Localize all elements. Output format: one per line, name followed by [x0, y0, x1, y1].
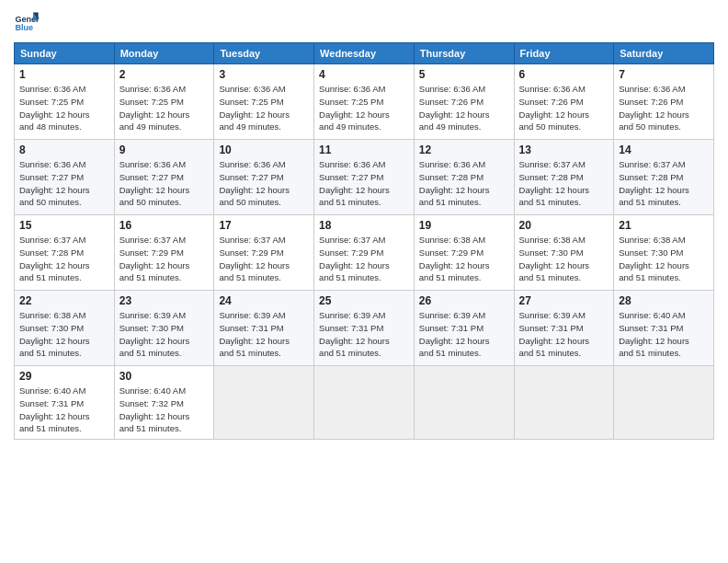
- calendar-cell: 2 Sunrise: 6:36 AM Sunset: 7:25 PM Dayli…: [114, 64, 214, 140]
- calendar-cell: [514, 366, 614, 440]
- day-number: 26: [419, 294, 509, 307]
- calendar-cell: 19 Sunrise: 6:38 AM Sunset: 7:29 PM Dayl…: [414, 215, 514, 291]
- calendar-cell: 20 Sunrise: 6:38 AM Sunset: 7:30 PM Dayl…: [514, 215, 614, 291]
- day-info: Sunrise: 6:39 AM Sunset: 7:31 PM Dayligh…: [219, 309, 309, 360]
- calendar-cell: 25 Sunrise: 6:39 AM Sunset: 7:31 PM Dayl…: [314, 291, 415, 366]
- calendar-cell: 15 Sunrise: 6:37 AM Sunset: 7:28 PM Dayl…: [15, 215, 115, 291]
- day-info: Sunrise: 6:36 AM Sunset: 7:26 PM Dayligh…: [419, 83, 509, 133]
- calendar-cell: [614, 366, 714, 440]
- day-number: 17: [219, 219, 309, 232]
- day-number: 27: [519, 294, 609, 307]
- calendar-cell: 10 Sunrise: 6:36 AM Sunset: 7:27 PM Dayl…: [214, 140, 314, 215]
- day-info: Sunrise: 6:36 AM Sunset: 7:25 PM Dayligh…: [119, 83, 210, 133]
- day-info: Sunrise: 6:38 AM Sunset: 7:30 PM Dayligh…: [19, 309, 109, 360]
- calendar-cell: 18 Sunrise: 6:37 AM Sunset: 7:29 PM Dayl…: [314, 215, 415, 291]
- calendar-cell: [414, 366, 514, 440]
- day-number: 8: [19, 144, 109, 156]
- day-header-saturday: Saturday: [614, 43, 714, 64]
- day-info: Sunrise: 6:39 AM Sunset: 7:30 PM Dayligh…: [119, 309, 210, 360]
- day-info: Sunrise: 6:36 AM Sunset: 7:26 PM Dayligh…: [519, 83, 609, 133]
- day-number: 24: [219, 294, 309, 307]
- day-number: 7: [619, 68, 709, 81]
- day-info: Sunrise: 6:36 AM Sunset: 7:27 PM Dayligh…: [119, 158, 210, 209]
- calendar-cell: 7 Sunrise: 6:36 AM Sunset: 7:26 PM Dayli…: [614, 64, 714, 140]
- day-number: 22: [19, 294, 109, 307]
- calendar-cell: 14 Sunrise: 6:37 AM Sunset: 7:28 PM Dayl…: [614, 140, 714, 215]
- calendar-cell: 26 Sunrise: 6:39 AM Sunset: 7:31 PM Dayl…: [414, 291, 514, 366]
- logo: General Blue: [14, 9, 40, 35]
- day-info: Sunrise: 6:38 AM Sunset: 7:30 PM Dayligh…: [519, 234, 609, 284]
- day-number: 13: [519, 144, 609, 156]
- day-number: 6: [519, 68, 609, 81]
- day-info: Sunrise: 6:39 AM Sunset: 7:31 PM Dayligh…: [319, 309, 409, 360]
- calendar-cell: 11 Sunrise: 6:36 AM Sunset: 7:27 PM Dayl…: [314, 140, 415, 215]
- day-info: Sunrise: 6:36 AM Sunset: 7:25 PM Dayligh…: [19, 83, 109, 133]
- day-info: Sunrise: 6:37 AM Sunset: 7:28 PM Dayligh…: [19, 234, 109, 284]
- day-number: 21: [619, 219, 709, 232]
- day-number: 10: [219, 144, 309, 156]
- day-info: Sunrise: 6:36 AM Sunset: 7:27 PM Dayligh…: [219, 158, 309, 209]
- day-header-sunday: Sunday: [15, 43, 115, 64]
- calendar-cell: 21 Sunrise: 6:38 AM Sunset: 7:30 PM Dayl…: [614, 215, 714, 291]
- calendar-cell: 13 Sunrise: 6:37 AM Sunset: 7:28 PM Dayl…: [514, 140, 614, 215]
- calendar-cell: 29 Sunrise: 6:40 AM Sunset: 7:31 PM Dayl…: [15, 366, 115, 440]
- day-info: Sunrise: 6:39 AM Sunset: 7:31 PM Dayligh…: [419, 309, 509, 360]
- day-number: 25: [319, 294, 409, 307]
- svg-text:Blue: Blue: [15, 23, 33, 32]
- calendar-cell: 16 Sunrise: 6:37 AM Sunset: 7:29 PM Dayl…: [114, 215, 214, 291]
- day-header-tuesday: Tuesday: [214, 43, 314, 64]
- day-info: Sunrise: 6:40 AM Sunset: 7:32 PM Dayligh…: [119, 385, 210, 435]
- day-number: 15: [19, 219, 109, 232]
- day-header-friday: Friday: [514, 43, 614, 64]
- day-number: 12: [419, 144, 509, 156]
- day-number: 18: [319, 219, 409, 232]
- calendar-cell: [314, 366, 415, 440]
- calendar-cell: 28 Sunrise: 6:40 AM Sunset: 7:31 PM Dayl…: [614, 291, 714, 366]
- day-info: Sunrise: 6:40 AM Sunset: 7:31 PM Dayligh…: [19, 385, 109, 435]
- day-number: 20: [519, 219, 609, 232]
- day-header-thursday: Thursday: [414, 43, 514, 64]
- day-number: 1: [19, 68, 109, 81]
- day-info: Sunrise: 6:37 AM Sunset: 7:28 PM Dayligh…: [619, 158, 709, 209]
- day-info: Sunrise: 6:36 AM Sunset: 7:27 PM Dayligh…: [19, 158, 109, 209]
- calendar-cell: 17 Sunrise: 6:37 AM Sunset: 7:29 PM Dayl…: [214, 215, 314, 291]
- calendar-cell: 9 Sunrise: 6:36 AM Sunset: 7:27 PM Dayli…: [114, 140, 214, 215]
- day-info: Sunrise: 6:37 AM Sunset: 7:29 PM Dayligh…: [219, 234, 309, 284]
- day-number: 9: [119, 144, 210, 156]
- day-info: Sunrise: 6:38 AM Sunset: 7:29 PM Dayligh…: [419, 234, 509, 284]
- day-info: Sunrise: 6:37 AM Sunset: 7:29 PM Dayligh…: [319, 234, 409, 284]
- day-number: 23: [119, 294, 210, 307]
- day-header-monday: Monday: [114, 43, 214, 64]
- logo-icon: General Blue: [14, 9, 40, 35]
- day-info: Sunrise: 6:36 AM Sunset: 7:25 PM Dayligh…: [219, 83, 309, 133]
- day-number: 28: [619, 294, 709, 307]
- calendar-cell: 5 Sunrise: 6:36 AM Sunset: 7:26 PM Dayli…: [414, 64, 514, 140]
- calendar-table: SundayMondayTuesdayWednesdayThursdayFrid…: [14, 42, 714, 440]
- day-info: Sunrise: 6:39 AM Sunset: 7:31 PM Dayligh…: [519, 309, 609, 360]
- calendar-cell: 24 Sunrise: 6:39 AM Sunset: 7:31 PM Dayl…: [214, 291, 314, 366]
- day-number: 29: [19, 370, 109, 383]
- day-number: 19: [419, 219, 509, 232]
- day-info: Sunrise: 6:37 AM Sunset: 7:28 PM Dayligh…: [519, 158, 609, 209]
- day-info: Sunrise: 6:36 AM Sunset: 7:27 PM Dayligh…: [319, 158, 409, 209]
- page-header: General Blue: [14, 9, 714, 35]
- calendar-cell: 27 Sunrise: 6:39 AM Sunset: 7:31 PM Dayl…: [514, 291, 614, 366]
- calendar-cell: 4 Sunrise: 6:36 AM Sunset: 7:25 PM Dayli…: [314, 64, 415, 140]
- day-number: 30: [119, 370, 210, 383]
- day-info: Sunrise: 6:36 AM Sunset: 7:25 PM Dayligh…: [319, 83, 409, 133]
- day-number: 14: [619, 144, 709, 156]
- calendar-cell: 12 Sunrise: 6:36 AM Sunset: 7:28 PM Dayl…: [414, 140, 514, 215]
- day-number: 3: [219, 68, 309, 81]
- day-info: Sunrise: 6:38 AM Sunset: 7:30 PM Dayligh…: [619, 234, 709, 284]
- day-info: Sunrise: 6:36 AM Sunset: 7:26 PM Dayligh…: [619, 83, 709, 133]
- day-number: 4: [319, 68, 409, 81]
- calendar-cell: 30 Sunrise: 6:40 AM Sunset: 7:32 PM Dayl…: [114, 366, 214, 440]
- day-header-wednesday: Wednesday: [314, 43, 415, 64]
- calendar-cell: 3 Sunrise: 6:36 AM Sunset: 7:25 PM Dayli…: [214, 64, 314, 140]
- day-info: Sunrise: 6:37 AM Sunset: 7:29 PM Dayligh…: [119, 234, 210, 284]
- day-info: Sunrise: 6:36 AM Sunset: 7:28 PM Dayligh…: [419, 158, 509, 209]
- day-number: 16: [119, 219, 210, 232]
- day-number: 2: [119, 68, 210, 81]
- calendar-header-row: SundayMondayTuesdayWednesdayThursdayFrid…: [15, 43, 714, 64]
- calendar-cell: 8 Sunrise: 6:36 AM Sunset: 7:27 PM Dayli…: [15, 140, 115, 215]
